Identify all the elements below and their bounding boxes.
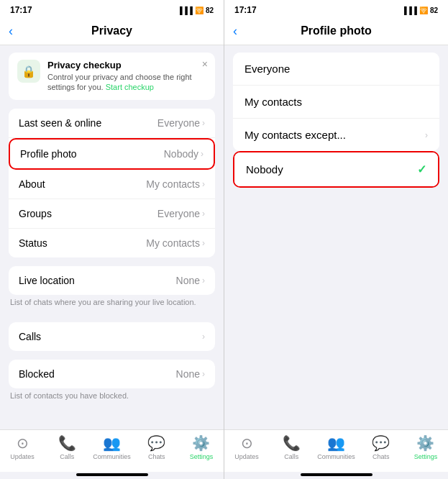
live-location-row[interactable]: Live location None › xyxy=(9,266,215,295)
tab-chats-right[interactable]: 💬 Chats xyxy=(359,434,403,460)
live-location-section: Live location None › xyxy=(9,266,215,295)
blocked-row[interactable]: Blocked None › xyxy=(9,360,215,388)
wifi-icon-right: 🛜 xyxy=(419,6,428,14)
communities-label-right: Communities xyxy=(317,453,355,460)
live-location-desc: List of chats where you are sharing your… xyxy=(0,295,224,314)
updates-label: Updates xyxy=(10,453,35,460)
chevron-icon: › xyxy=(202,238,205,248)
communities-label: Communities xyxy=(93,453,131,460)
time-left: 17:17 xyxy=(10,5,32,15)
privacy-main-section: Last seen & online Everyone › Profile ph… xyxy=(9,109,215,257)
check-icon: ✓ xyxy=(417,163,426,176)
blocked-section: Blocked None › xyxy=(9,360,215,388)
updates-icon: ⊙ xyxy=(17,434,29,452)
profile-photo-title: Profile photo xyxy=(301,24,372,37)
status-row[interactable]: Status My contacts › xyxy=(9,229,215,257)
tab-bar-left: ⊙ Updates 📞 Calls 👥 Communities 💬 Chats … xyxy=(0,429,224,472)
back-button-right[interactable]: ‹ xyxy=(233,24,237,39)
updates-icon-right: ⊙ xyxy=(241,434,253,452)
calls-value: › xyxy=(202,332,205,342)
checkup-banner: 🔒 Privacy checkup Control your privacy a… xyxy=(9,53,215,100)
everyone-label: Everyone xyxy=(244,63,290,75)
chevron-icon: › xyxy=(202,275,205,286)
tab-bar-right: ⊙ Updates 📞 Calls 👥 Communities 💬 Chats … xyxy=(224,429,448,472)
option-everyone-row[interactable]: Everyone xyxy=(233,53,439,86)
nobody-label: Nobody xyxy=(246,163,283,175)
mycontacts-label: My contacts xyxy=(244,96,302,108)
profile-photo-value: Nobody › xyxy=(164,148,204,160)
signal-icon-right: ▐▐▐ xyxy=(402,6,417,14)
groups-row[interactable]: Groups Everyone › xyxy=(9,199,215,229)
settings-label-right: Settings xyxy=(414,453,438,460)
about-row[interactable]: About My contacts › xyxy=(9,170,215,199)
status-value: My contacts › xyxy=(146,237,205,249)
checkup-close-button[interactable]: × xyxy=(202,58,208,70)
chevron-icon: › xyxy=(201,149,204,159)
status-icons-left: ▐▐▐ 🛜 82 xyxy=(178,6,214,14)
last-seen-row[interactable]: Last seen & online Everyone › xyxy=(9,109,215,138)
communities-icon-right: 👥 xyxy=(327,434,345,452)
live-location-value: None › xyxy=(176,275,205,286)
option-nobody-row[interactable]: Nobody ✓ xyxy=(234,152,438,186)
chats-icon-right: 💬 xyxy=(372,434,390,452)
right-screen: 17:17 ▐▐▐ 🛜 82 ‹ Profile photo Everyone … xyxy=(224,0,448,479)
home-indicator-right xyxy=(301,473,372,476)
signal-icon: ▐▐▐ xyxy=(178,6,193,14)
chevron-icon: › xyxy=(202,179,205,189)
tab-updates-right[interactable]: ⊙ Updates xyxy=(224,434,269,460)
calls-label-right: Calls xyxy=(284,453,298,460)
blocked-label: Blocked xyxy=(19,368,55,380)
chevron-icon: › xyxy=(202,369,205,379)
chevron-icon: › xyxy=(202,118,205,128)
calls-icon: 📞 xyxy=(58,434,76,452)
mycontacts-except-label: My contacts except... xyxy=(244,129,346,141)
status-label: Status xyxy=(19,237,47,249)
tab-updates-left[interactable]: ⊙ Updates xyxy=(0,434,45,460)
about-value: My contacts › xyxy=(146,178,205,190)
tab-communities-right[interactable]: 👥 Communities xyxy=(314,434,358,460)
chats-icon: 💬 xyxy=(147,434,165,452)
profile-photo-row[interactable]: Profile photo Nobody › xyxy=(9,138,215,170)
settings-label: Settings xyxy=(190,453,214,460)
profile-photo-label: Profile photo xyxy=(20,148,77,160)
time-right: 17:17 xyxy=(234,5,257,15)
calls-label: Calls xyxy=(19,331,41,342)
battery-left: 82 xyxy=(206,6,214,14)
chats-label: Chats xyxy=(148,453,165,460)
settings-icon-right: ⚙️ xyxy=(416,434,434,452)
status-icons-right: ▐▐▐ 🛜 82 xyxy=(402,6,438,14)
tab-calls-right[interactable]: 📞 Calls xyxy=(269,434,314,460)
groups-value: Everyone › xyxy=(157,208,205,219)
checkup-desc: Control your privacy and choose the righ… xyxy=(47,72,206,93)
settings-icon: ⚙️ xyxy=(192,434,210,452)
chevron-icon: › xyxy=(202,209,205,219)
profile-photo-options-top: Everyone My contacts My contacts except.… xyxy=(233,53,439,151)
tab-settings-left[interactable]: ⚙️ Settings xyxy=(179,434,224,460)
updates-label-right: Updates xyxy=(234,453,259,460)
calls-row[interactable]: Calls › xyxy=(9,322,215,351)
option-mycontacts-except-row[interactable]: My contacts except... › xyxy=(233,119,439,151)
back-button-left[interactable]: ‹ xyxy=(9,24,13,39)
last-seen-value: Everyone › xyxy=(157,117,205,129)
left-screen: 17:17 ▐▐▐ 🛜 82 ‹ Privacy 🔒 Privacy check… xyxy=(0,0,224,479)
checkup-title: Privacy checkup xyxy=(47,60,206,70)
tab-settings-right[interactable]: ⚙️ Settings xyxy=(403,434,448,460)
calls-section: Calls › xyxy=(9,322,215,351)
tab-communities-left[interactable]: 👥 Communities xyxy=(89,434,134,460)
option-mycontacts-row[interactable]: My contacts xyxy=(233,86,439,119)
tab-chats-left[interactable]: 💬 Chats xyxy=(134,434,179,460)
home-indicator-left xyxy=(76,473,148,476)
privacy-title: Privacy xyxy=(91,24,132,37)
status-bar-left: 17:17 ▐▐▐ 🛜 82 xyxy=(0,0,224,20)
option-nobody-section: Nobody ✓ xyxy=(233,151,439,188)
chats-label-right: Chats xyxy=(372,453,390,460)
battery-right: 82 xyxy=(430,6,438,14)
chevron-icon: › xyxy=(202,332,205,342)
about-label: About xyxy=(19,178,45,190)
checkup-link[interactable]: Start checkup xyxy=(106,83,154,91)
tab-calls-left[interactable]: 📞 Calls xyxy=(45,434,89,460)
chevron-except-icon: › xyxy=(425,130,428,140)
calls-tab-label: Calls xyxy=(60,453,74,460)
communities-icon: 👥 xyxy=(103,434,121,452)
checkup-text: Privacy checkup Control your privacy and… xyxy=(47,60,206,93)
